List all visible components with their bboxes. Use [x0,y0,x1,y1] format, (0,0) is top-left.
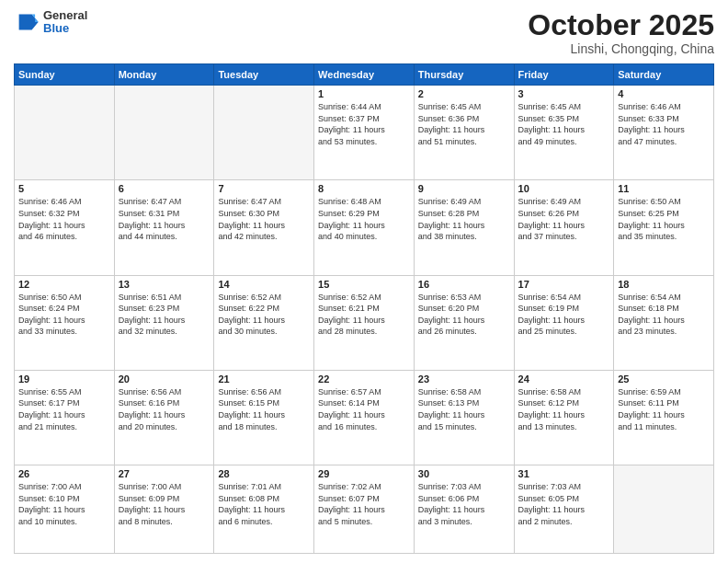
day-number: 12 [18,279,110,290]
day-number: 19 [18,373,110,385]
day-info: Sunrise: 6:46 AM Sunset: 6:33 PM Dayligh… [618,101,710,147]
calendar-cell: 11Sunrise: 6:50 AM Sunset: 6:25 PM Dayli… [614,180,714,275]
day-number: 4 [618,88,710,99]
weekday-header-sunday: Sunday [15,64,115,86]
calendar-cell [614,465,714,553]
month-title: October 2025 [528,9,714,41]
week-row-3: 19Sunrise: 6:55 AM Sunset: 6:17 PM Dayli… [15,370,714,465]
day-info: Sunrise: 6:58 AM Sunset: 6:13 PM Dayligh… [418,386,510,432]
week-row-1: 5Sunrise: 6:46 AM Sunset: 6:32 PM Daylig… [15,180,714,275]
calendar-cell: 3Sunrise: 6:45 AM Sunset: 6:35 PM Daylig… [514,86,614,180]
day-info: Sunrise: 7:02 AM Sunset: 6:07 PM Dayligh… [318,481,410,527]
calendar-cell: 13Sunrise: 6:51 AM Sunset: 6:23 PM Dayli… [114,275,214,370]
day-number: 22 [318,373,410,385]
day-info: Sunrise: 6:59 AM Sunset: 6:11 PM Dayligh… [618,386,710,432]
day-number: 9 [418,183,510,194]
day-number: 10 [518,183,610,194]
day-number: 24 [518,373,610,385]
calendar-cell: 30Sunrise: 7:03 AM Sunset: 6:06 PM Dayli… [414,465,514,553]
weekday-header-wednesday: Wednesday [314,64,415,86]
calendar-cell: 25Sunrise: 6:59 AM Sunset: 6:11 PM Dayli… [614,370,714,465]
calendar-cell: 24Sunrise: 6:58 AM Sunset: 6:12 PM Dayli… [514,370,614,465]
calendar-cell: 4Sunrise: 6:46 AM Sunset: 6:33 PM Daylig… [614,86,714,180]
day-number: 16 [418,279,510,290]
day-info: Sunrise: 6:54 AM Sunset: 6:18 PM Dayligh… [618,292,710,338]
day-info: Sunrise: 6:53 AM Sunset: 6:20 PM Dayligh… [418,292,510,338]
day-number: 7 [218,183,310,194]
day-info: Sunrise: 7:03 AM Sunset: 6:06 PM Dayligh… [418,481,510,527]
calendar-cell: 7Sunrise: 6:47 AM Sunset: 6:30 PM Daylig… [214,180,314,275]
weekday-header-saturday: Saturday [614,64,714,86]
day-number: 17 [518,279,610,290]
calendar-cell: 2Sunrise: 6:45 AM Sunset: 6:36 PM Daylig… [414,86,514,180]
weekday-header-monday: Monday [114,64,214,86]
calendar: SundayMondayTuesdayWednesdayThursdayFrid… [14,63,714,554]
day-number: 13 [119,279,210,290]
day-info: Sunrise: 6:50 AM Sunset: 6:25 PM Dayligh… [618,196,710,242]
weekday-header-row: SundayMondayTuesdayWednesdayThursdayFrid… [15,64,714,86]
calendar-cell: 26Sunrise: 7:00 AM Sunset: 6:10 PM Dayli… [15,465,115,553]
day-number: 28 [218,468,310,479]
day-number: 3 [518,88,610,99]
week-row-4: 26Sunrise: 7:00 AM Sunset: 6:10 PM Dayli… [15,465,714,553]
calendar-cell: 27Sunrise: 7:00 AM Sunset: 6:09 PM Dayli… [114,465,214,553]
day-number: 8 [318,183,410,194]
day-info: Sunrise: 6:46 AM Sunset: 6:32 PM Dayligh… [18,196,110,242]
calendar-cell: 22Sunrise: 6:57 AM Sunset: 6:14 PM Dayli… [314,370,415,465]
day-number: 15 [318,279,410,290]
day-number: 18 [618,279,710,290]
location: Linshi, Chongqing, China [528,41,714,56]
day-number: 14 [218,279,310,290]
day-number: 5 [18,183,110,194]
day-number: 20 [119,373,210,385]
day-info: Sunrise: 6:47 AM Sunset: 6:30 PM Dayligh… [218,196,310,242]
day-number: 21 [218,373,310,385]
day-number: 25 [618,373,710,385]
calendar-cell: 20Sunrise: 6:56 AM Sunset: 6:16 PM Dayli… [114,370,214,465]
day-info: Sunrise: 6:52 AM Sunset: 6:21 PM Dayligh… [318,292,410,338]
day-number: 2 [418,88,510,99]
calendar-cell: 17Sunrise: 6:54 AM Sunset: 6:19 PM Dayli… [514,275,614,370]
calendar-cell: 31Sunrise: 7:03 AM Sunset: 6:05 PM Dayli… [514,465,614,553]
calendar-cell [114,86,214,180]
logo-icon [14,9,40,35]
calendar-cell: 6Sunrise: 6:47 AM Sunset: 6:31 PM Daylig… [114,180,214,275]
calendar-cell: 15Sunrise: 6:52 AM Sunset: 6:21 PM Dayli… [314,275,415,370]
logo-general-text: General [43,9,87,22]
calendar-cell: 1Sunrise: 6:44 AM Sunset: 6:37 PM Daylig… [314,86,415,180]
calendar-cell: 14Sunrise: 6:52 AM Sunset: 6:22 PM Dayli… [214,275,314,370]
week-row-2: 12Sunrise: 6:50 AM Sunset: 6:24 PM Dayli… [15,275,714,370]
calendar-cell: 10Sunrise: 6:49 AM Sunset: 6:26 PM Dayli… [514,180,614,275]
calendar-cell: 28Sunrise: 7:01 AM Sunset: 6:08 PM Dayli… [214,465,314,553]
calendar-cell: 8Sunrise: 6:48 AM Sunset: 6:29 PM Daylig… [314,180,415,275]
day-info: Sunrise: 6:52 AM Sunset: 6:22 PM Dayligh… [218,292,310,338]
day-info: Sunrise: 6:49 AM Sunset: 6:26 PM Dayligh… [518,196,610,242]
calendar-cell: 9Sunrise: 6:49 AM Sunset: 6:28 PM Daylig… [414,180,514,275]
day-number: 6 [119,183,210,194]
weekday-header-friday: Friday [514,64,614,86]
day-info: Sunrise: 7:00 AM Sunset: 6:10 PM Dayligh… [18,481,110,527]
page: General Blue October 2025 Linshi, Chongq… [0,0,728,563]
week-row-0: 1Sunrise: 6:44 AM Sunset: 6:37 PM Daylig… [15,86,714,180]
day-info: Sunrise: 7:00 AM Sunset: 6:09 PM Dayligh… [119,481,210,527]
day-info: Sunrise: 7:01 AM Sunset: 6:08 PM Dayligh… [218,481,310,527]
day-info: Sunrise: 6:56 AM Sunset: 6:15 PM Dayligh… [218,386,310,432]
day-number: 1 [318,88,410,99]
calendar-cell: 16Sunrise: 6:53 AM Sunset: 6:20 PM Dayli… [414,275,514,370]
day-number: 29 [318,468,410,479]
calendar-cell [15,86,115,180]
day-info: Sunrise: 6:48 AM Sunset: 6:29 PM Dayligh… [318,196,410,242]
header: General Blue October 2025 Linshi, Chongq… [14,9,714,56]
calendar-cell: 23Sunrise: 6:58 AM Sunset: 6:13 PM Dayli… [414,370,514,465]
day-info: Sunrise: 6:44 AM Sunset: 6:37 PM Dayligh… [318,101,410,147]
calendar-cell: 21Sunrise: 6:56 AM Sunset: 6:15 PM Dayli… [214,370,314,465]
day-info: Sunrise: 6:47 AM Sunset: 6:31 PM Dayligh… [119,196,210,242]
calendar-cell [214,86,314,180]
day-number: 26 [18,468,110,479]
day-number: 27 [119,468,210,479]
logo-blue-text: Blue [43,22,87,35]
logo-text: General Blue [43,9,87,36]
day-info: Sunrise: 6:45 AM Sunset: 6:36 PM Dayligh… [418,101,510,147]
calendar-cell: 19Sunrise: 6:55 AM Sunset: 6:17 PM Dayli… [15,370,115,465]
day-number: 31 [518,468,610,479]
